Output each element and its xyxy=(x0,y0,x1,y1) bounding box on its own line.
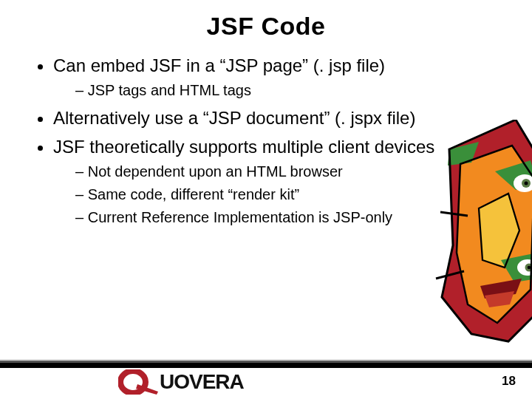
svg-point-4 xyxy=(525,182,528,185)
svg-point-2 xyxy=(522,179,531,188)
sub-bullet-item: JSP tags and HTML tags xyxy=(75,81,445,100)
svg-point-5 xyxy=(528,266,531,270)
sub-bullet-item: Same code, different “render kit” xyxy=(75,185,445,205)
sub-bullet-list: Not dependent upon an HTML browser Same … xyxy=(53,162,467,228)
slide: JSF Code Can embed JSF in a “JSP page” (… xyxy=(0,0,532,399)
bullet-text: JSF theoretically supports multiple clie… xyxy=(53,137,434,157)
bullet-item: Can embed JSF in a “JSP page” (. jsp fil… xyxy=(53,54,467,100)
svg-point-0 xyxy=(514,174,532,192)
logo: UOVERA xyxy=(118,369,244,395)
svg-point-3 xyxy=(525,264,533,272)
logo-q-icon xyxy=(118,369,158,395)
logo-text: UOVERA xyxy=(160,370,244,394)
svg-line-7 xyxy=(436,271,464,279)
sub-bullet-item: Not dependent upon an HTML browser xyxy=(75,162,445,182)
page-number: 18 xyxy=(502,374,516,389)
footer-stripe xyxy=(0,363,532,368)
svg-point-1 xyxy=(517,259,532,276)
bullet-text: Alternatively use a “JSP document” (. js… xyxy=(53,108,415,128)
slide-title: JSF Code xyxy=(30,12,502,41)
sub-bullet-item: Current Reference Implementation is JSP-… xyxy=(75,208,445,228)
bullet-item: JSF theoretically supports multiple clie… xyxy=(53,135,467,228)
sub-bullet-list: JSP tags and HTML tags xyxy=(53,81,467,100)
slide-content: Can embed JSF in a “JSP page” (. jsp fil… xyxy=(30,54,502,228)
bullet-item: Alternatively use a “JSP document” (. js… xyxy=(53,106,467,130)
bullet-list: Can embed JSF in a “JSP page” (. jsp fil… xyxy=(30,54,502,228)
bullet-text: Can embed JSF in a “JSP page” (. jsp fil… xyxy=(53,55,385,75)
footer-bar xyxy=(0,359,532,368)
